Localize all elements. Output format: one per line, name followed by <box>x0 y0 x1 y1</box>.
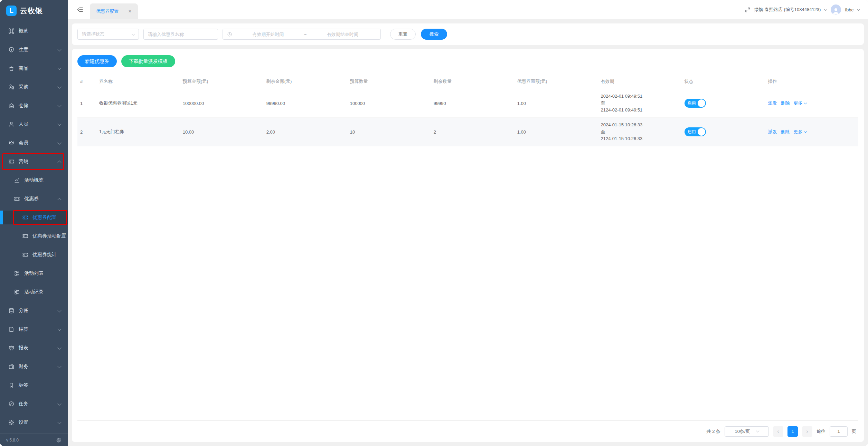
username[interactable]: fbbc <box>845 7 853 12</box>
filter-bar: 请选择状态 ~ 重置 搜索 <box>72 23 864 45</box>
cell-budget-qty: 100000 <box>347 89 431 118</box>
sidebar-item-label: 生意 <box>19 47 28 53</box>
table-row: 2 1元无门栏券 10.00 2.00 10 2 1.00 2024-01-15… <box>77 118 858 146</box>
fullscreen-icon[interactable] <box>745 7 751 13</box>
sidebar-item-business[interactable]: 生意 <box>0 43 68 57</box>
cell-remaining-amount: 99990.00 <box>264 89 347 118</box>
sidebar-item-label: 会员 <box>19 140 28 146</box>
search-button[interactable]: 搜索 <box>421 29 447 40</box>
next-page-button[interactable]: › <box>802 426 812 437</box>
store-selector-label[interactable]: 绿旗-春熙路店 (编号1034484123) <box>754 7 821 13</box>
reset-button[interactable]: 重置 <box>390 29 416 40</box>
cell-name: 收银优惠券测试1元 <box>96 89 180 118</box>
coupon-table-card: 新建优惠券 下载批量派发模板 # 券名称 预算金额(元) 剩 <box>72 49 864 442</box>
app-window: L 云收银 概览 生意 商品 采购 <box>0 0 868 446</box>
collapse-sidebar-icon[interactable] <box>77 6 84 13</box>
sidebar-item-label: 活动概览 <box>24 177 44 183</box>
content-area: 请选择状态 ~ 重置 搜索 新建优惠券 下载批量派发模板 <box>68 19 868 446</box>
sidebar-item-label: 优惠券活动配置 <box>32 233 66 239</box>
chevron-down-icon[interactable] <box>824 7 828 11</box>
col-header-face-value: 优惠券面额(元) <box>515 75 598 89</box>
sidebar-item-members[interactable]: 会员 <box>0 136 68 150</box>
sidebar-item-label: 概览 <box>19 28 28 34</box>
prev-page-button[interactable]: ‹ <box>773 426 783 437</box>
line-chart-icon <box>14 177 20 183</box>
list-icon <box>14 270 20 277</box>
app-logo-icon: L <box>6 6 17 16</box>
more-dropdown[interactable]: 更多 <box>794 129 806 135</box>
cell-index: 1 <box>77 89 96 118</box>
coupon-name-input[interactable] <box>143 29 218 40</box>
status-toggle[interactable]: 启用 <box>685 99 706 108</box>
sidebar-item-activity-records[interactable]: 活动记录 <box>0 285 68 299</box>
cell-remaining-amount: 2.00 <box>264 118 347 146</box>
cell-budget-amount: 100000.00 <box>180 89 264 118</box>
sidebar-item-reports[interactable]: 报表 <box>0 341 68 355</box>
sidebar-item-label: 结算 <box>19 326 28 332</box>
sidebar-item-finance[interactable]: 财务 <box>0 360 68 374</box>
chevron-down-icon <box>57 103 61 107</box>
sidebar-item-label: 报表 <box>19 345 28 351</box>
toggle-knob <box>698 128 705 136</box>
cell-remaining-qty: 99990 <box>431 89 515 118</box>
wallet-icon <box>8 363 15 370</box>
sidebar-item-settings[interactable]: 设置 <box>0 416 68 429</box>
chevron-down-icon <box>57 401 61 405</box>
validity-end-input[interactable] <box>309 32 376 37</box>
cell-index: 2 <box>77 118 96 146</box>
sidebar-item-coupons[interactable]: 优惠券 <box>0 192 68 206</box>
clock-icon <box>227 32 232 37</box>
cart-person-icon <box>8 84 15 90</box>
coupon-table: # 券名称 预算金额(元) 剩余金额(元) 预算数量 剩余数量 优惠券面额(元)… <box>77 75 858 146</box>
download-template-button[interactable]: 下载批量派发模板 <box>121 55 175 67</box>
coupon-icon <box>22 252 28 258</box>
dispatch-link[interactable]: 派发 <box>768 129 777 135</box>
sidebar-item-coupon-stats[interactable]: 优惠券统计 <box>0 248 68 262</box>
sidebar-item-activity-overview[interactable]: 活动概览 <box>0 173 68 187</box>
more-dropdown[interactable]: 更多 <box>794 100 806 106</box>
avatar[interactable] <box>831 4 841 15</box>
goto-page-input[interactable] <box>830 426 848 437</box>
sidebar-item-coupon-config[interactable]: 优惠券配置 <box>0 211 68 224</box>
pagination: 共 2 条 10条/页 ‹ 1 › 前往 页 <box>77 420 858 442</box>
sidebar-item-tags[interactable]: 标签 <box>0 378 68 392</box>
coupon-icon <box>8 158 15 165</box>
col-header-status: 状态 <box>682 75 765 89</box>
sidebar-item-overview[interactable]: 概览 <box>0 24 68 38</box>
sidebar-item-label: 优惠券统计 <box>32 252 57 258</box>
sidebar-item-warehouse[interactable]: 仓储 <box>0 99 68 113</box>
status-toggle[interactable]: 启用 <box>685 127 706 136</box>
validity-to: 2124-02-01 09:49:51 <box>601 107 679 114</box>
close-icon[interactable]: ✕ <box>128 9 132 14</box>
current-page-button[interactable]: 1 <box>787 426 798 437</box>
date-range-separator: ~ <box>304 32 307 37</box>
tab-coupon-config[interactable]: 优惠券配置 ✕ <box>90 3 138 19</box>
goto-label: 前往 <box>817 428 825 435</box>
sidebar-item-label: 人员 <box>19 121 28 127</box>
sidebar-item-purchasing[interactable]: 采购 <box>0 80 68 94</box>
sidebar-item-split-accounts[interactable]: 分账 <box>0 304 68 318</box>
create-coupon-button[interactable]: 新建优惠券 <box>77 55 117 67</box>
validity-date-range[interactable]: ~ <box>223 29 381 40</box>
sidebar-item-marketing[interactable]: 营销 <box>0 155 68 168</box>
sidebar-item-activity-list[interactable]: 活动列表 <box>0 266 68 280</box>
sidebar-item-settlement[interactable]: 结算 <box>0 322 68 336</box>
list-icon <box>14 289 20 295</box>
status-select[interactable]: 请选择状态 <box>77 29 139 40</box>
gear-icon[interactable] <box>56 437 62 443</box>
sidebar-item-label: 优惠券 <box>24 196 39 202</box>
cell-remaining-qty: 2 <box>431 118 515 146</box>
sidebar-item-products[interactable]: 商品 <box>0 61 68 75</box>
delete-link[interactable]: 删除 <box>781 129 790 135</box>
sidebar-item-coupon-activity-config[interactable]: 优惠券活动配置 <box>0 229 68 243</box>
validity-separator: 至 <box>601 100 679 107</box>
dispatch-link[interactable]: 派发 <box>768 100 777 106</box>
page-size-select[interactable]: 10条/页 <box>725 426 769 437</box>
table-header-row: # 券名称 预算金额(元) 剩余金额(元) 预算数量 剩余数量 优惠券面额(元)… <box>77 75 858 89</box>
sidebar-item-staff[interactable]: 人员 <box>0 117 68 131</box>
delete-link[interactable]: 删除 <box>781 100 790 106</box>
validity-start-input[interactable] <box>234 32 302 37</box>
cell-budget-amount: 10.00 <box>180 118 264 146</box>
sidebar-item-tasks[interactable]: 任务 <box>0 397 68 411</box>
chevron-down-icon[interactable] <box>857 7 860 11</box>
